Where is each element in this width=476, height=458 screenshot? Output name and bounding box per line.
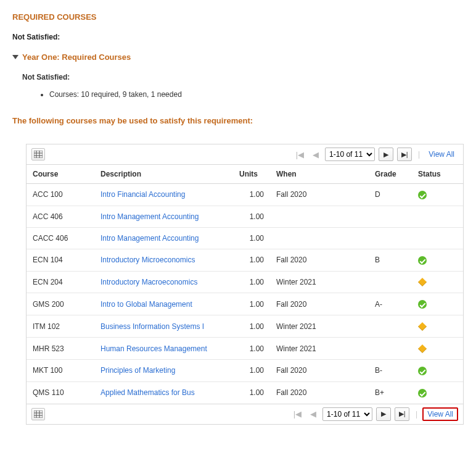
svg-rect-0 <box>34 151 43 158</box>
col-when: When <box>270 165 369 184</box>
when-cell <box>270 227 369 249</box>
view-all-link-bottom[interactable]: View All <box>422 407 458 421</box>
status-cell <box>412 206 463 227</box>
when-cell: Fall 2020 <box>270 359 369 381</box>
course-code: MHR 523 <box>27 338 94 360</box>
when-cell <box>270 206 369 227</box>
grade-cell: B <box>369 249 412 271</box>
course-code: QMS 110 <box>27 381 94 403</box>
col-grade: Grade <box>369 165 412 184</box>
table-bottom-toolbar: |◀ ◀ 1-10 of 11 ▶ ▶| | View All <box>27 404 463 424</box>
status-inprogress-icon <box>418 322 427 331</box>
status-inprogress-icon <box>418 344 427 353</box>
not-satisfied-label: Not Satisfied: <box>12 33 464 41</box>
course-code: MKT 100 <box>27 359 94 381</box>
first-page-icon[interactable]: |◀ <box>291 409 304 418</box>
when-cell: Winter 2021 <box>270 315 369 338</box>
prev-page-icon[interactable]: ◀ <box>308 409 319 418</box>
grade-cell <box>369 315 412 338</box>
grade-cell <box>369 338 412 360</box>
prev-page-icon[interactable]: ◀ <box>310 150 321 159</box>
units-cell: 1.00 <box>233 271 270 293</box>
course-description-link[interactable]: Applied Mathematics for Bus <box>101 388 195 397</box>
col-description: Description <box>94 165 233 184</box>
grid-icon <box>34 151 43 158</box>
col-status: Status <box>412 165 463 184</box>
last-page-button[interactable]: ▶| <box>395 407 409 421</box>
units-cell: 1.00 <box>233 381 270 403</box>
next-page-button[interactable]: ▶ <box>376 407 391 421</box>
grid-menu-button[interactable] <box>31 148 45 160</box>
status-cell <box>412 249 463 271</box>
status-cell <box>412 227 463 249</box>
units-cell: 1.00 <box>233 184 270 206</box>
required-courses-title: REQUIRED COURSES <box>12 12 464 22</box>
course-description-link[interactable]: Introductory Macroeconomics <box>101 278 197 286</box>
table-top-toolbar: |◀ ◀ 1-10 of 11 ▶ ▶| | View All <box>27 144 463 165</box>
when-cell: Winter 2021 <box>270 338 369 360</box>
status-taken-icon <box>418 300 427 309</box>
grade-cell <box>369 227 412 249</box>
units-cell: 1.00 <box>233 206 270 227</box>
inner-not-satisfied-label: Not Satisfied: <box>22 73 464 81</box>
grade-cell: A- <box>369 293 412 315</box>
collapse-arrow-icon <box>12 55 18 59</box>
table-row: GMS 200Intro to Global Management1.00Fal… <box>27 293 463 315</box>
grid-menu-button-bottom[interactable] <box>31 408 45 420</box>
status-cell <box>412 315 463 338</box>
last-page-button[interactable]: ▶| <box>397 148 412 161</box>
status-taken-icon <box>418 389 427 398</box>
when-cell: Fall 2020 <box>270 184 369 206</box>
col-units: Units <box>233 165 270 184</box>
next-page-button[interactable]: ▶ <box>379 148 393 161</box>
course-description-link[interactable]: Principles of Marketing <box>101 366 175 375</box>
table-row: MHR 523Human Resources Management1.00Win… <box>27 338 463 360</box>
table-header-row: Course Description Units When Grade Stat… <box>27 165 463 184</box>
view-all-link-top[interactable]: View All <box>425 149 458 160</box>
table-row: ACC 100Intro Financial Accounting1.00Fal… <box>27 184 463 206</box>
status-taken-icon <box>418 256 427 265</box>
course-code: ACC 406 <box>27 206 94 227</box>
table-row: MKT 100Principles of Marketing1.00Fall 2… <box>27 359 463 381</box>
course-description-link[interactable]: Intro Financial Accounting <box>101 190 185 199</box>
year-one-label: Year One: Required Courses <box>22 52 131 62</box>
status-taken-icon <box>418 367 427 375</box>
status-cell <box>412 359 463 381</box>
status-cell <box>412 271 463 293</box>
course-code: ECN 204 <box>27 271 94 293</box>
course-description-link[interactable]: Introductory Microeconomics <box>101 256 195 264</box>
grade-cell <box>369 271 412 293</box>
requirement-summary-list: Courses: 10 required, 9 taken, 1 needed <box>49 90 464 99</box>
table-row: CACC 406Intro Management Accounting1.00 <box>27 227 463 249</box>
course-description-link[interactable]: Business Information Systems I <box>101 322 204 331</box>
range-select[interactable]: 1-10 of 11 <box>325 148 375 161</box>
status-inprogress-icon <box>418 278 427 286</box>
when-cell: Winter 2021 <box>270 271 369 293</box>
course-description-link[interactable]: Intro Management Accounting <box>101 212 199 221</box>
pager-separator: | <box>416 150 421 159</box>
course-code: GMS 200 <box>27 293 94 315</box>
grid-icon <box>34 410 43 418</box>
course-description-link[interactable]: Intro Management Accounting <box>101 234 199 243</box>
following-courses-label: The following courses may be used to sat… <box>12 116 464 125</box>
course-description-link[interactable]: Human Resources Management <box>101 344 207 353</box>
col-course: Course <box>27 165 94 184</box>
year-one-header[interactable]: Year One: Required Courses <box>12 52 464 62</box>
when-cell: Fall 2020 <box>270 293 369 315</box>
when-cell: Fall 2020 <box>270 381 369 403</box>
course-description-link[interactable]: Intro to Global Management <box>101 300 192 309</box>
table-row: ECN 204Introductory Macroeconomics1.00Wi… <box>27 271 463 293</box>
course-code: ECN 104 <box>27 249 94 271</box>
grade-cell: B- <box>369 359 412 381</box>
table-row: ITM 102Business Information Systems I1.0… <box>27 315 463 338</box>
first-page-icon[interactable]: |◀ <box>293 150 306 159</box>
range-select-bottom[interactable]: 1-10 of 11 <box>322 407 372 421</box>
requirement-summary-item: Courses: 10 required, 9 taken, 1 needed <box>49 90 464 99</box>
courses-table-container: |◀ ◀ 1-10 of 11 ▶ ▶| | View All Course D… <box>26 144 464 425</box>
units-cell: 1.00 <box>233 227 270 249</box>
status-taken-icon <box>418 191 427 199</box>
grade-cell: B+ <box>369 381 412 403</box>
units-cell: 1.00 <box>233 359 270 381</box>
table-row: ACC 406Intro Management Accounting1.00 <box>27 206 463 227</box>
courses-table: Course Description Units When Grade Stat… <box>27 165 463 404</box>
